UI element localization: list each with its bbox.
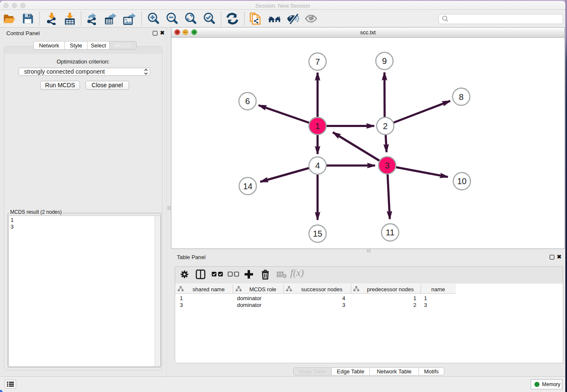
svg-text:4: 4 [315,161,320,170]
svg-text:6: 6 [245,97,250,106]
svg-text:8: 8 [459,92,463,102]
svg-text:15: 15 [313,229,322,238]
svg-text:9: 9 [382,56,387,66]
svg-text:14: 14 [243,182,252,191]
svg-text:10: 10 [457,177,466,186]
svg-text:3: 3 [385,161,389,170]
svg-text:1: 1 [315,121,320,131]
svg-text:11: 11 [386,228,395,237]
svg-text:2: 2 [383,121,388,131]
svg-text:7: 7 [315,57,320,66]
